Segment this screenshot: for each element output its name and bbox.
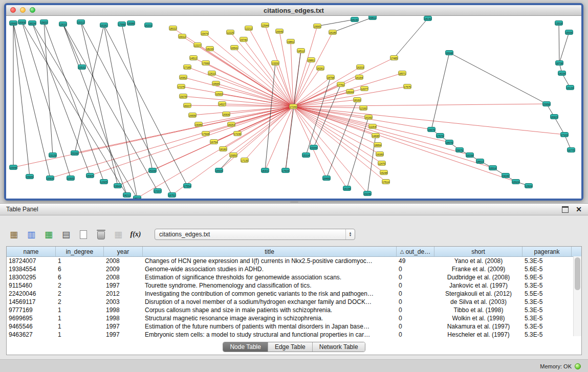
graph-node[interactable]: 16811304 — [368, 16, 377, 20]
graph-node[interactable]: 12610605 — [59, 21, 67, 27]
table-row[interactable]: 1456911722003Disruption of a novel membe… — [7, 298, 581, 306]
scrollbar-thumb[interactable] — [575, 257, 580, 290]
graph-node[interactable]: 12160108 — [359, 105, 367, 111]
graph-node[interactable]: 18810345 — [476, 159, 484, 164]
graph-node[interactable]: 15248011 — [380, 170, 388, 175]
graph-node[interactable]: 19046523 — [502, 173, 510, 178]
graph-node[interactable]: 16338904 — [466, 152, 474, 158]
graph-node[interactable]: 14034567 — [558, 71, 566, 76]
graph-node[interactable]: 16261540 — [316, 65, 324, 71]
graph-node[interactable]: 18207040 — [183, 103, 191, 108]
table-row[interactable]: 2242004622012Investigating the contribut… — [7, 290, 581, 298]
graph-node[interactable]: 16203988 — [356, 64, 364, 70]
column-header-year[interactable]: year — [104, 247, 143, 256]
graph-node[interactable]: 19948085 — [9, 165, 17, 170]
graph-node[interactable]: 16649199 — [275, 29, 284, 34]
graph-node[interactable]: 16203660 — [144, 23, 153, 28]
graph-node[interactable]: 18180431 — [219, 146, 227, 151]
graph-node[interactable]: 16604103 — [215, 168, 223, 173]
show-columns-icon[interactable]: ▥ — [25, 228, 38, 240]
graph-node[interactable]: 16754841 — [210, 139, 218, 144]
row-height-icon[interactable]: ▤ — [59, 228, 73, 240]
graph-node[interactable]: 15344571 — [310, 145, 318, 150]
graph-node[interactable]: 16648794 — [445, 50, 453, 55]
column-header-title[interactable]: title — [143, 247, 397, 256]
graph-node[interactable]: 17240919 — [289, 104, 297, 109]
tab-edge-table[interactable]: Edge Table — [268, 342, 312, 352]
graph-node[interactable]: 17185558 — [183, 64, 191, 70]
graph-node[interactable]: 25206052 — [148, 168, 157, 173]
graph-node[interactable]: 17999312 — [118, 21, 126, 27]
graph-node[interactable]: 18185074 — [329, 30, 337, 35]
graph-node[interactable]: 19861307 — [287, 39, 295, 44]
graph-node[interactable]: 18022035 — [169, 26, 177, 31]
graph-node[interactable]: 17207424 — [154, 188, 162, 193]
graph-node[interactable]: 13200234 — [271, 60, 279, 65]
graph-node[interactable]: 18160031 — [353, 97, 361, 102]
graph-node[interactable]: 15958234 — [542, 101, 551, 106]
graph-node[interactable]: 17236801 — [233, 131, 242, 136]
graph-node[interactable]: 17135278 — [241, 158, 249, 163]
graph-node[interactable]: 12610651 — [208, 71, 216, 76]
float-panel-icon[interactable] — [562, 206, 569, 213]
table-selector-dropdown[interactable]: citations_edges.txt ▲▼ — [155, 229, 355, 240]
graph-node[interactable]: 16038544 — [343, 186, 351, 191]
graph-node[interactable]: 16962114 — [179, 75, 187, 80]
graph-node[interactable]: 19861306 — [307, 57, 315, 62]
column-header-out-de[interactable]: △out_de… — [397, 247, 434, 256]
network-canvas[interactable]: 1724091918022035190121071222784315474043… — [6, 16, 581, 199]
graph-node[interactable]: 16541496 — [230, 45, 238, 50]
new-table-icon[interactable] — [77, 228, 90, 240]
graph-node[interactable]: 16181796 — [100, 23, 108, 28]
graph-node[interactable]: 16923044 — [550, 114, 558, 119]
graph-node[interactable]: 12924503 — [525, 183, 533, 188]
function-builder-icon[interactable]: f(x) — [129, 228, 142, 240]
graph-node[interactable]: 18253103 — [227, 122, 235, 127]
tab-network-table[interactable]: Network Table — [312, 342, 365, 352]
graph-node[interactable]: 14695529 — [372, 133, 380, 138]
graph-node[interactable]: 17999363 — [202, 60, 210, 65]
table-settings-icon[interactable]: ▦ — [7, 228, 20, 240]
table-row[interactable]: 977716911998Corpus callosum shape and si… — [7, 306, 581, 314]
graph-node[interactable]: 18923514 — [133, 195, 141, 199]
graph-node[interactable]: 11154502 — [368, 124, 377, 129]
table-row[interactable]: 1830029562008Estimation of significance … — [7, 273, 581, 281]
network-window-titlebar[interactable]: citations_edges.txt — [6, 5, 581, 16]
graph-node[interactable]: 17604253 — [281, 168, 290, 173]
graph-node[interactable]: 18954901 — [374, 142, 382, 147]
graph-node[interactable]: 14512960 — [189, 55, 198, 60]
close-window-button[interactable] — [10, 7, 16, 13]
graph-node[interactable]: 14527709 — [218, 101, 226, 106]
graph-node[interactable]: 12225917 — [226, 30, 234, 35]
graph-node[interactable]: 17679012 — [436, 133, 444, 138]
column-header-in-degree[interactable]: in_degree — [56, 247, 104, 256]
graph-node[interactable]: 16160617 — [364, 115, 373, 120]
graph-node[interactable]: 16775208 — [567, 147, 575, 152]
graph-node[interactable]: 17103454 — [560, 132, 569, 137]
graph-node[interactable]: 18130475 — [424, 16, 432, 21]
graph-node[interactable]: 12077002 — [360, 86, 368, 91]
graph-node[interactable]: 17614364 — [382, 179, 390, 184]
graph-node[interactable]: 18571984 — [398, 71, 406, 76]
graph-node[interactable]: 16751104 — [168, 192, 176, 198]
graph-node[interactable]: 10905135 — [67, 176, 75, 181]
graph-node[interactable]: 19246452 — [363, 191, 372, 196]
graph-node[interactable]: 12475052 — [378, 161, 386, 166]
graph-node[interactable]: 16914504 — [489, 165, 497, 170]
column-header-pagerank[interactable]: pagerank — [522, 247, 572, 256]
graph-node[interactable]: 17761004 — [337, 82, 345, 87]
close-panel-icon[interactable]: ✕ — [576, 206, 582, 213]
graph-node[interactable]: 18024981 — [28, 20, 36, 26]
table-row[interactable]: 946362711997Embryonic stem cells: a mode… — [7, 331, 581, 339]
zoom-window-button[interactable] — [30, 7, 35, 13]
graph-node[interactable]: 14134504 — [566, 85, 574, 90]
graph-node[interactable]: 20531407 — [78, 64, 86, 70]
graph-node[interactable]: 13918304 — [555, 20, 563, 26]
graph-node[interactable]: 15314504 — [302, 152, 310, 158]
graph-node[interactable]: 15950017 — [229, 152, 237, 158]
tab-node-table[interactable]: Node Table — [223, 342, 268, 352]
graph-node[interactable]: 19565586 — [313, 24, 321, 29]
graph-node[interactable]: 12212648 — [245, 26, 253, 31]
graph-node[interactable]: 15740754 — [239, 37, 248, 42]
graph-node[interactable]: 17575128 — [403, 84, 411, 89]
